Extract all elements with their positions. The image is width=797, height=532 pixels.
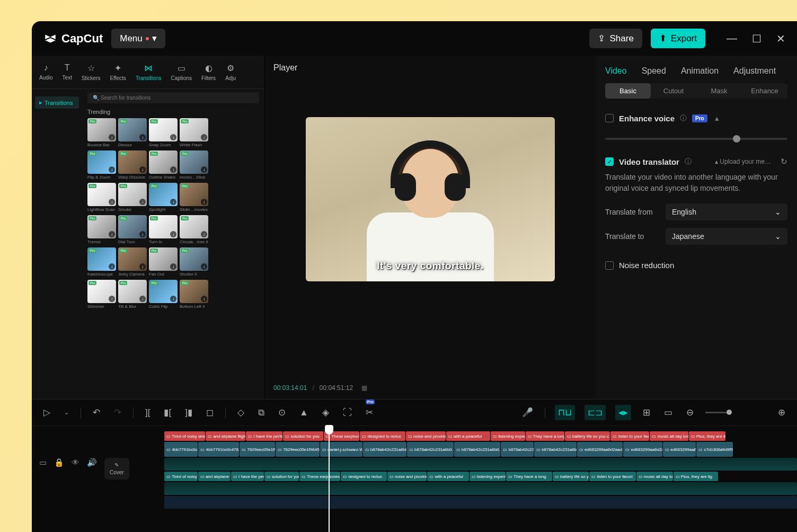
zoom-in-icon[interactable]: ⊕: [776, 405, 787, 420]
timeline-clip[interactable]: ▭ battery life so you c: [553, 472, 589, 481]
crop-tool-icon[interactable]: ⛶: [341, 405, 354, 420]
timeline-clip[interactable]: ▭ listening experienc: [491, 431, 525, 441]
timeline-clip[interactable]: ▭ solution for you: [283, 431, 323, 441]
transition-item[interactable]: Horizo…Slice: [180, 150, 208, 180]
timeline-tracks[interactable]: ▭ Tired of noisy streets▭ and airplane f…: [164, 426, 797, 532]
transition-item[interactable]: Slidin…movies: [180, 183, 208, 212]
timeline-clip[interactable]: ▭ b878ab42c231a6b0…: [501, 442, 534, 457]
timeline-clip[interactable]: ▭ designed to reduc: [360, 431, 405, 441]
magnet-icon[interactable]: ⊓⊔: [555, 405, 575, 420]
timeline-clip[interactable]: ▭ Tired of noisy streets: [164, 472, 198, 481]
timeline-clip[interactable]: ▭ with a peaceful: [427, 472, 468, 481]
timeline-clip[interactable]: ▭ designed to reduc: [341, 472, 387, 481]
timeline-clip[interactable]: ▭ c7cb308a9d9f511…: [696, 442, 733, 457]
translate-to-select[interactable]: Japanese ⌄: [666, 228, 787, 245]
timeline-clip[interactable]: ▭ solution for you: [264, 472, 299, 481]
timeline-clip[interactable]: ▭ Plus, they are lig: [674, 472, 718, 481]
menu-button[interactable]: Menu ▾: [111, 29, 165, 48]
timeline-clip[interactable]: ▭ b878ab42c231a6b0…: [363, 442, 406, 457]
info-icon[interactable]: ⓘ: [680, 113, 687, 123]
property-tab-video[interactable]: Video: [605, 66, 627, 76]
enhance-voice-slider[interactable]: [605, 138, 787, 140]
timeline-clip[interactable]: ▭ ed683299aa6d2aad…: [577, 442, 623, 457]
tool-tab-stickers[interactable]: ☆Stickers: [77, 61, 105, 83]
chevron-down-icon[interactable]: ⌄: [62, 407, 71, 418]
timeline-clip[interactable]: ▭ music all day long: [650, 431, 688, 441]
property-tab-animation[interactable]: Animation: [681, 66, 719, 76]
timeline-clip[interactable]: ▭ with a peaceful: [446, 431, 490, 441]
timeline-clip[interactable]: ▭ b878ab42c231a6b0…: [407, 442, 454, 457]
minimize-button[interactable]: —: [727, 32, 737, 45]
timeline-clip[interactable]: ▭ ed683299aa6d2aad…: [663, 442, 696, 457]
timeline-clip[interactable]: ▭ Plus, they are lig: [689, 431, 725, 441]
timeline-clip[interactable]: ▭ noise and provide: [406, 431, 446, 441]
search-input[interactable]: 🔍 Search for transitions: [87, 92, 259, 103]
timeline-clip[interactable]: ▭ and airplane flights?: [198, 472, 231, 481]
preview-icon[interactable]: ▭: [662, 405, 675, 420]
transition-item[interactable]: Outline Shake: [149, 150, 178, 180]
timeline-clip[interactable]: ▭ listen to your favori: [610, 431, 649, 441]
lock-icon[interactable]: 🔒: [54, 458, 64, 467]
property-subtab-basic[interactable]: Basic: [605, 83, 651, 99]
transition-item[interactable]: Snap Zoom: [149, 118, 178, 147]
link-icon[interactable]: ⊏⊐: [585, 405, 606, 420]
speaker-icon[interactable]: 🔊: [87, 458, 97, 467]
timeline-clip[interactable]: ▭ 4bb7791bc0c478122…: [198, 442, 239, 457]
property-tab-adjustment[interactable]: Adjustment: [733, 66, 776, 76]
transition-item[interactable]: Shutter II: [180, 247, 208, 277]
share-button[interactable]: ⇪ Share: [589, 29, 642, 48]
property-subtab-mask[interactable]: Mask: [696, 83, 742, 99]
video-translator-checkbox[interactable]: ✓: [605, 157, 614, 166]
zoom-out-icon[interactable]: ⊖: [684, 405, 696, 420]
timeline-clip[interactable]: ▭ 7829eec05e1f9645…: [240, 442, 275, 457]
video-track[interactable]: ▭ 4bb7791bc0c478122…▭ 4bb7791bc0c478122……: [164, 442, 797, 457]
timeline-clip[interactable]: ▭ b878ab42c231a6b0…: [454, 442, 500, 457]
transition-item[interactable]: Tremor: [87, 215, 116, 244]
tool-tab-audio[interactable]: ♪Audio: [35, 61, 57, 83]
cursor-tool-icon[interactable]: ▷: [41, 405, 52, 420]
transition-item[interactable]: Devour: [118, 118, 147, 147]
pro-cut-icon[interactable]: Pro✂: [364, 405, 375, 420]
audio-waveform-1[interactable]: [164, 458, 797, 471]
maximize-button[interactable]: ☐: [752, 32, 761, 45]
noise-reduction-checkbox[interactable]: [605, 261, 614, 270]
property-subtab-enhance[interactable]: Enhance: [742, 83, 787, 99]
timeline-clip[interactable]: ▭ ed683299aa6d2aad…: [623, 442, 662, 457]
collapse-icon[interactable]: ▴: [715, 113, 719, 123]
crop-icon[interactable]: ◻: [204, 405, 216, 420]
sidebar-item-transitions[interactable]: ▸ Transitions: [35, 96, 79, 109]
snap-icon[interactable]: ◂▸: [615, 405, 631, 420]
zoom-slider[interactable]: [705, 412, 732, 413]
undo-icon[interactable]: ↶: [91, 405, 102, 420]
timeline-clip[interactable]: ▭ daniel-j-schwarz-W…: [320, 442, 362, 457]
timeline-clip[interactable]: ▭ 7829eec05e1f9645…: [276, 442, 320, 457]
transition-item[interactable]: Dial Turn: [118, 215, 147, 244]
cover-button[interactable]: ✎ Cover: [104, 458, 129, 480]
transition-item[interactable]: Shimmer: [87, 280, 116, 309]
playhead[interactable]: [329, 426, 330, 532]
timeline-clip[interactable]: ▭ noise and provide: [387, 472, 427, 481]
preview-track-icon[interactable]: ▭: [39, 458, 47, 467]
tool-tab-transitions[interactable]: ⋈Transitions: [131, 61, 166, 83]
upload-media-link[interactable]: ▴ Upload your me…: [715, 158, 771, 165]
property-tab-speed[interactable]: Speed: [642, 66, 666, 76]
audio-waveform-2[interactable]: [164, 482, 797, 495]
copy-icon[interactable]: ⧉: [256, 405, 267, 420]
timeline-clip[interactable]: ▭ music all day long: [636, 472, 673, 481]
split-icon[interactable]: ][: [143, 405, 152, 420]
tool-tab-text[interactable]: TText: [58, 61, 76, 83]
translate-from-select[interactable]: English ⌄: [666, 203, 787, 220]
transition-item[interactable]: Kaleidoscope: [87, 247, 116, 277]
timeline-clip[interactable]: ▭ Tired of noisy streets: [164, 431, 205, 441]
info-icon[interactable]: ⓘ: [685, 157, 692, 166]
tool-tab-filters[interactable]: ◐Filters: [197, 61, 220, 83]
transition-item[interactable]: Flip & Zoom: [87, 150, 116, 180]
rotate-icon[interactable]: ◈: [320, 405, 331, 420]
caption-track-2[interactable]: ▭ Tired of noisy streets▭ and airplane f…: [164, 472, 797, 481]
transition-item[interactable]: Tilt & Blur: [118, 280, 147, 309]
transition-item[interactable]: Jerky Camera: [118, 247, 147, 277]
export-button[interactable]: ⬆ Export: [651, 29, 705, 48]
timeline-clip[interactable]: ▭ I have the perfec: [246, 431, 282, 441]
property-subtab-cutout[interactable]: Cutout: [651, 83, 696, 99]
audio-waveform-3[interactable]: [164, 496, 797, 509]
